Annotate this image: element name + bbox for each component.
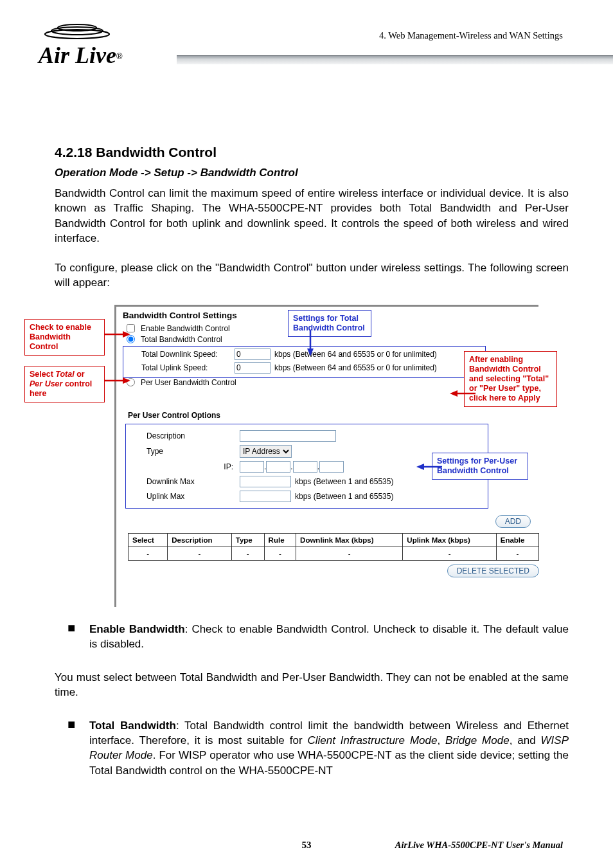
table-header-row: Select Description Type Rule Downlink Ma…: [129, 533, 539, 547]
breadcrumb: Operation Mode -> Setup -> Bandwidth Con…: [55, 167, 569, 179]
callout-total-settings: Settings for Total Bandwidth Control: [288, 310, 371, 337]
uplink-hint: kbps (Between 64 and 65535 or 0 for unli…: [274, 363, 437, 372]
logo-text: Air Live: [39, 42, 116, 68]
callout-peruser-settings: Settings for Per-User Bandwidth Control: [432, 453, 528, 480]
add-button[interactable]: ADD: [495, 515, 531, 528]
callout-apply: After enabling Bandwidth Control and sel…: [464, 351, 557, 407]
enable-bandwidth-label: Enable Bandwidth Control: [141, 324, 230, 333]
pu-ip-label: IP:: [147, 462, 240, 471]
footer-caption: AirLive WHA-5500CPE-NT User's Manual: [395, 840, 563, 851]
total-downlink-label: Total Downlink Speed:: [141, 350, 235, 359]
logo-rings-icon: [39, 23, 116, 39]
pu-downmax-hint: kbps (Between 1 and 65535): [295, 477, 393, 486]
callout-select-mode: Select Total or Per User control here: [24, 366, 105, 402]
pu-type-label: Type: [147, 447, 240, 456]
ip-octet-1[interactable]: [240, 461, 264, 473]
arrow-select-icon: [105, 375, 130, 388]
total-downlink-input[interactable]: [235, 348, 271, 360]
pu-upmax-label: Uplink Max: [147, 492, 240, 501]
th-enable: Enable: [496, 533, 538, 547]
rules-table: Select Description Type Rule Downlink Ma…: [128, 533, 539, 561]
pu-downmax-input[interactable]: [240, 476, 291, 487]
svg-marker-6: [123, 377, 130, 384]
intro-para-2: To configure, please click on the "Bandw…: [55, 260, 569, 291]
downlink-hint: kbps (Between 64 and 65535 or 0 for unli…: [274, 350, 437, 359]
th-desc: Description: [168, 533, 232, 547]
between-para: You must select between Total Bandwidth …: [55, 670, 569, 700]
total-bandwidth-label: Total Bandwidth Control: [141, 335, 222, 344]
total-uplink-label: Total Uplink Speed:: [141, 363, 235, 372]
th-type: Type: [231, 533, 264, 547]
svg-marker-8: [307, 348, 314, 356]
header-caption: 4. Web Management-Wireless and WAN Setti…: [379, 30, 563, 41]
pu-downmax-label: Downlink Max: [147, 477, 240, 486]
pu-description-label: Description: [147, 431, 240, 440]
peruser-bandwidth-label: Per User Bandwidth Control: [141, 378, 236, 387]
table-row: - - - - - - -: [129, 547, 539, 560]
header-rule: [177, 55, 613, 64]
delete-selected-button[interactable]: DELETE SELECTED: [447, 565, 539, 577]
square-bullet-icon: ◼: [67, 718, 79, 779]
arrow-apply-icon: [450, 388, 475, 401]
ip-octet-3[interactable]: [293, 461, 317, 473]
bullet-body: Total Bandwidth: Total Bandwidth control…: [89, 718, 569, 779]
th-select: Select: [129, 533, 168, 547]
callout-enable: Check to enable Bandwidth Control: [24, 319, 105, 356]
peruser-options-title: Per User Control Options: [128, 411, 532, 420]
section-title: 4.2.18 Bandwidth Control: [55, 145, 569, 160]
registered-icon: ®: [116, 51, 123, 61]
svg-marker-12: [416, 464, 424, 470]
bullet-total-bandwidth: ◼ Total Bandwidth: Total Bandwidth contr…: [55, 718, 569, 779]
ip-octet-2[interactable]: [266, 461, 290, 473]
bullet-enable-bandwidth: ◼ Enable Bandwidth: Check to enable Band…: [55, 622, 569, 652]
pu-description-input[interactable]: [240, 430, 336, 442]
pu-upmax-hint: kbps (Between 1 and 65535): [295, 492, 393, 501]
intro-para-1: Bandwidth Control can limit the maximum …: [55, 186, 569, 246]
arrow-peruser-icon: [416, 462, 442, 475]
arrow-total-icon: [304, 330, 317, 356]
square-bullet-icon: ◼: [67, 622, 79, 652]
svg-marker-4: [123, 331, 130, 338]
pu-upmax-input[interactable]: [240, 491, 291, 502]
th-up: Uplink Max (kbps): [403, 533, 496, 547]
ip-octet-4[interactable]: [319, 461, 344, 473]
brand-logo: Air Live®: [39, 23, 123, 69]
th-rule: Rule: [264, 533, 296, 547]
screenshot-figure: Check to enable Bandwidth Control Select…: [50, 305, 577, 610]
bullet-body: Enable Bandwidth: Check to enable Bandwi…: [89, 622, 569, 652]
total-uplink-input[interactable]: [235, 362, 271, 374]
th-down: Downlink Max (kbps): [296, 533, 403, 547]
arrow-enable-icon: [105, 329, 130, 342]
pu-type-select[interactable]: IP Address: [240, 445, 292, 458]
svg-marker-10: [450, 390, 458, 397]
